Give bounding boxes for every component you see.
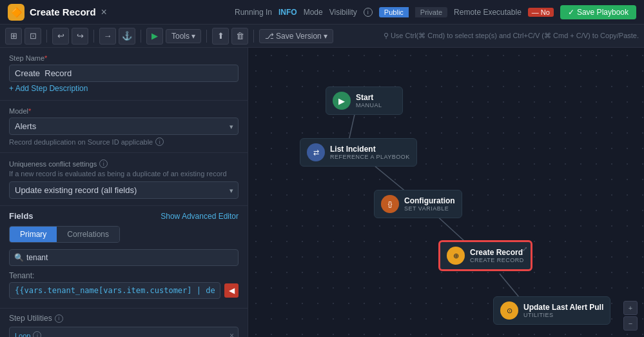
uniqueness-select-wrapper: Update existing record (all fields) ▾ bbox=[9, 181, 239, 199]
configuration-subtitle: SET VARIABLE bbox=[404, 205, 455, 212]
node-start[interactable]: ▶ Start MANUAL bbox=[326, 87, 403, 115]
model-section: Model* Alerts ▾ Record deduplication on … bbox=[0, 101, 248, 153]
tenant-value-row: ◀ bbox=[9, 282, 239, 299]
uniqueness-info-icon[interactable]: i bbox=[99, 159, 108, 168]
main-layout: Step Name* + Add Step Description Model*… bbox=[0, 48, 644, 337]
toolbar-separator-1 bbox=[46, 30, 47, 43]
info-badge: INFO bbox=[278, 8, 297, 17]
tenant-value-input[interactable] bbox=[9, 282, 220, 299]
update-last-title: Update Last Alert Pull bbox=[523, 303, 603, 312]
uniqueness-section: Uniqueness conflict settings i If a new … bbox=[0, 153, 248, 206]
configuration-icon: {} bbox=[381, 195, 399, 213]
save-version-button[interactable]: ⎇ Save Version ▾ bbox=[259, 29, 333, 43]
start-node-icon: ▶ bbox=[333, 92, 351, 110]
top-bar-right: Running In INFO Mode Visibility i Public… bbox=[235, 5, 636, 19]
list-incident-icon: ⇄ bbox=[307, 143, 325, 161]
save-playbook-label: Save Playbook bbox=[577, 8, 629, 17]
app-logo: 🔶 bbox=[8, 4, 24, 21]
arrow-button[interactable]: → bbox=[99, 28, 116, 45]
uniqueness-desc: If a new record is evaluated as being a … bbox=[9, 170, 239, 178]
visibility-text: Visibility bbox=[329, 8, 357, 17]
tools-label: Tools bbox=[171, 32, 190, 41]
loop-label: Loop i bbox=[15, 331, 233, 337]
canvas-area: ▶ Start MANUAL ⇄ List Incident REFERENCE… bbox=[248, 48, 644, 337]
branch-icon: ⎇ bbox=[265, 32, 274, 41]
start-node-title: Start bbox=[356, 93, 382, 102]
undo-button[interactable]: ↩ bbox=[52, 28, 69, 45]
show-advanced-link[interactable]: Show Advanced Editor bbox=[161, 212, 239, 221]
tenant-label: Tenant: bbox=[9, 271, 239, 280]
anchor-button[interactable]: ⚓ bbox=[119, 28, 135, 45]
tab-correlations[interactable]: Correlations bbox=[57, 227, 119, 242]
create-record-title: Create Record bbox=[470, 248, 524, 257]
toolbar-separator-4 bbox=[206, 30, 207, 43]
toolbar-separator-3 bbox=[141, 30, 141, 43]
dedup-notice: Record deduplication on Source ID applic… bbox=[9, 138, 239, 146]
model-select-wrapper: Alerts ▾ bbox=[9, 117, 239, 135]
fit-button[interactable]: ⊡ bbox=[24, 28, 41, 45]
list-incident-subtitle: REFERENCE A PLAYBOOK bbox=[330, 154, 410, 160]
list-incident-title: List Incident bbox=[330, 145, 410, 154]
tools-chevron: ▾ bbox=[191, 32, 195, 41]
toolbar-separator-5 bbox=[253, 30, 254, 43]
close-button[interactable]: × bbox=[101, 6, 107, 18]
utilities-header: Step Utilities i bbox=[9, 314, 239, 323]
mode-text: Mode bbox=[304, 8, 323, 17]
toolbar: ⊞ ⊡ ↩ ↪ → ⚓ ▶ Tools ▾ ⬆ 🗑 ⎇ Save Version… bbox=[0, 25, 644, 48]
dialog-title: Create Record bbox=[30, 6, 96, 17]
redo-button[interactable]: ↪ bbox=[72, 28, 88, 45]
top-bar-left: 🔶 Create Record × bbox=[8, 4, 107, 21]
create-record-subtitle: CREATE RECORD bbox=[470, 257, 524, 263]
visibility-info-icon[interactable]: i bbox=[364, 8, 373, 17]
create-record-info: Create Record CREATE RECORD bbox=[470, 248, 524, 263]
update-last-subtitle: UTILITIES bbox=[523, 312, 603, 318]
loop-box: Loop i for each "vars.item" in × bbox=[9, 327, 239, 337]
loop-close-button[interactable]: × bbox=[229, 331, 234, 337]
grid-view-button[interactable]: ⊞ bbox=[5, 28, 22, 45]
public-button[interactable]: Public bbox=[379, 7, 409, 17]
fields-section: Fields Show Advanced Editor Primary Corr… bbox=[0, 206, 248, 308]
search-wrapper: 🔍 bbox=[9, 249, 239, 266]
utilities-info-icon[interactable]: i bbox=[55, 314, 63, 323]
step-name-label: Step Name* bbox=[9, 54, 239, 62]
tools-button[interactable]: Tools ▾ bbox=[166, 29, 201, 43]
node-create-record[interactable]: ⊕ Create Record CREATE RECORD ⤢ bbox=[438, 240, 532, 271]
step-name-section: Step Name* + Add Step Description bbox=[0, 48, 248, 101]
tenant-arrow-button[interactable]: ◀ bbox=[224, 283, 239, 298]
upload-button[interactable]: ⬆ bbox=[212, 28, 229, 45]
expand-button[interactable]: ⤢ bbox=[522, 245, 527, 252]
field-search-input[interactable] bbox=[9, 249, 239, 266]
node-list-incident[interactable]: ⇄ List Incident REFERENCE A PLAYBOOK bbox=[300, 138, 417, 167]
tenant-field-row: Tenant: ◀ bbox=[9, 271, 239, 299]
zoom-out-button[interactable]: − bbox=[623, 316, 638, 331]
step-utilities-section: Step Utilities i Loop i for each "vars.i… bbox=[0, 308, 248, 337]
list-incident-info: List Incident REFERENCE A PLAYBOOK bbox=[330, 145, 410, 160]
hint-text: ⚲ Use Ctrl(⌘ Cmd) to select step(s) and … bbox=[384, 32, 639, 40]
checkmark-icon: ✓ bbox=[568, 8, 574, 17]
play-button[interactable]: ▶ bbox=[146, 28, 163, 45]
save-version-chevron: ▾ bbox=[324, 32, 327, 41]
mini-controls: + − bbox=[623, 301, 638, 331]
search-icon: 🔍 bbox=[14, 253, 24, 262]
fields-header: Fields Show Advanced Editor bbox=[9, 211, 239, 221]
tab-primary[interactable]: Primary bbox=[10, 227, 57, 242]
loop-info-icon[interactable]: i bbox=[33, 331, 41, 337]
node-update-last[interactable]: ⊙ Update Last Alert Pull UTILITIES bbox=[493, 296, 610, 325]
configuration-info: Configuration SET VARIABLE bbox=[404, 196, 455, 212]
save-playbook-button[interactable]: ✓ Save Playbook bbox=[560, 5, 636, 19]
step-name-input[interactable] bbox=[9, 65, 239, 82]
private-button[interactable]: Private bbox=[415, 7, 447, 17]
left-panel: Step Name* + Add Step Description Model*… bbox=[0, 48, 248, 337]
no-badge: — No bbox=[528, 8, 554, 17]
add-description-link[interactable]: + Add Step Description bbox=[9, 84, 88, 93]
node-configuration[interactable]: {} Configuration SET VARIABLE bbox=[374, 190, 462, 218]
model-select[interactable]: Alerts bbox=[9, 117, 239, 135]
zoom-in-button[interactable]: + bbox=[623, 301, 638, 315]
uniqueness-header: Uniqueness conflict settings i bbox=[9, 159, 239, 168]
configuration-title: Configuration bbox=[404, 196, 455, 205]
fields-title: Fields bbox=[9, 211, 34, 221]
dedup-info-icon[interactable]: i bbox=[155, 138, 164, 146]
trash-button[interactable]: 🗑 bbox=[231, 28, 248, 45]
start-node-subtitle: MANUAL bbox=[356, 102, 382, 108]
uniqueness-select[interactable]: Update existing record (all fields) bbox=[9, 181, 239, 199]
